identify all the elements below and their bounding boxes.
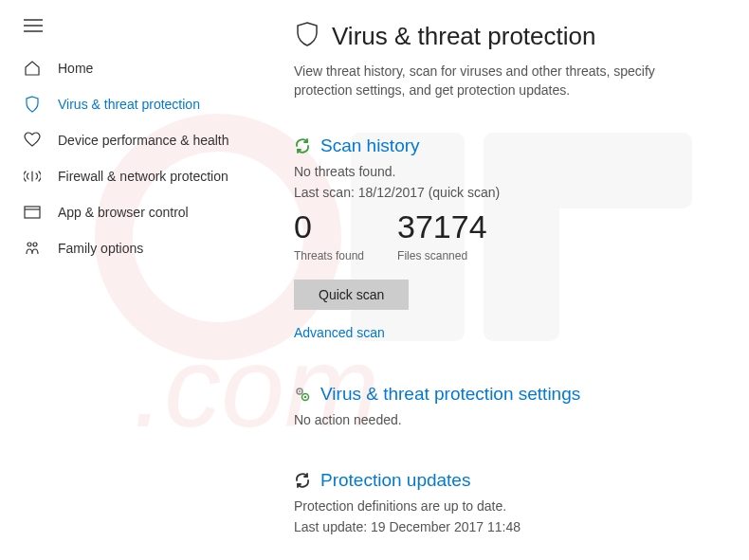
hamburger-menu-button[interactable] <box>0 19 261 50</box>
page-header: Virus & threat protection <box>294 21 711 51</box>
refresh-icon <box>294 472 311 489</box>
protection-updates-header[interactable]: Protection updates <box>294 470 711 491</box>
shield-icon <box>24 96 41 113</box>
updates-status: Protection definitions are up to date. <box>294 498 711 514</box>
sidebar-item-label: Firewall & network protection <box>58 169 228 184</box>
sidebar: Home Virus & threat protection Device pe… <box>0 0 261 560</box>
settings-header[interactable]: Virus & threat protection settings <box>294 384 711 405</box>
scan-history-link: Scan history <box>320 135 420 156</box>
page-title: Virus & threat protection <box>332 22 595 51</box>
gear-icon <box>294 386 311 403</box>
svg-point-15 <box>304 395 306 397</box>
no-threats-text: No threats found. <box>294 164 711 179</box>
sidebar-item-home[interactable]: Home <box>0 50 261 86</box>
sidebar-item-device-health[interactable]: Device performance & health <box>0 122 261 158</box>
protection-updates-link: Protection updates <box>320 470 470 491</box>
sidebar-item-label: Home <box>58 61 93 76</box>
settings-status: No action needed. <box>294 412 711 427</box>
svg-rect-8 <box>25 207 40 218</box>
svg-point-10 <box>27 243 31 246</box>
sidebar-item-app-browser[interactable]: App & browser control <box>0 194 261 230</box>
shield-icon <box>294 21 320 51</box>
last-scan-text: Last scan: 18/12/2017 (quick scan) <box>294 185 711 200</box>
sidebar-item-virus-threat[interactable]: Virus & threat protection <box>0 86 261 122</box>
last-update-text: Last update: 19 December 2017 11:48 <box>294 519 711 534</box>
files-count: 37174 <box>397 209 487 244</box>
main-content: Virus & threat protection View threat hi… <box>261 0 749 560</box>
sidebar-item-firewall[interactable]: Firewall & network protection <box>0 158 261 194</box>
threats-count: 0 <box>294 209 364 244</box>
scan-history-header[interactable]: Scan history <box>294 135 711 156</box>
heart-icon <box>24 132 41 149</box>
sidebar-item-label: Virus & threat protection <box>58 97 200 112</box>
svg-point-13 <box>299 390 301 392</box>
sidebar-item-label: Device performance & health <box>58 133 229 148</box>
quick-scan-button[interactable]: Quick scan <box>294 280 409 310</box>
scan-stats: 0 Threats found 37174 Files scanned <box>294 209 711 262</box>
advanced-scan-link[interactable]: Advanced scan <box>294 325 385 340</box>
threats-found-stat: 0 Threats found <box>294 209 364 262</box>
files-label: Files scanned <box>397 249 487 262</box>
refresh-icon <box>294 137 311 154</box>
hamburger-icon <box>24 19 43 32</box>
settings-link: Virus & threat protection settings <box>320 384 580 405</box>
threats-label: Threats found <box>294 249 364 262</box>
network-icon <box>24 168 41 185</box>
sidebar-item-family[interactable]: Family options <box>0 230 261 266</box>
family-icon <box>24 240 41 257</box>
home-icon <box>24 60 41 77</box>
page-description: View threat history, scan for viruses an… <box>294 63 702 99</box>
window-icon <box>24 204 41 221</box>
sidebar-item-label: App & browser control <box>58 205 189 220</box>
sidebar-item-label: Family options <box>58 241 143 256</box>
files-scanned-stat: 37174 Files scanned <box>397 209 487 262</box>
svg-point-11 <box>33 243 37 246</box>
